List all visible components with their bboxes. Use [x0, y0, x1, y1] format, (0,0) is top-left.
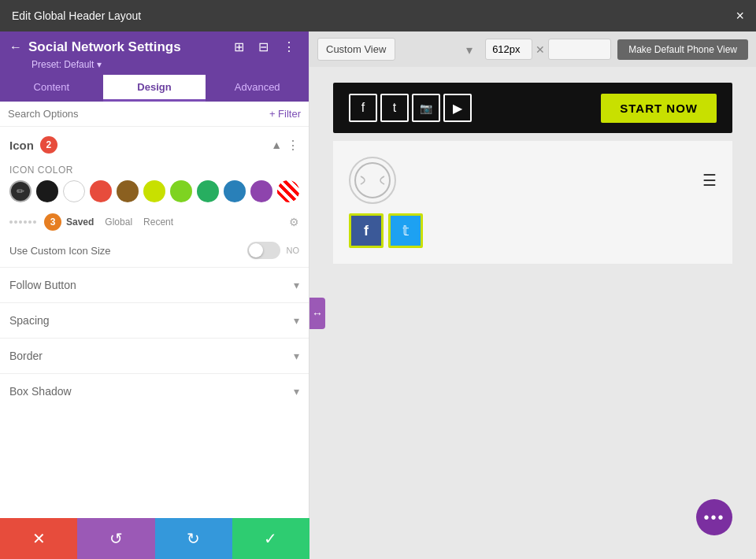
preset-label[interactable]: Preset: Default ▾: [9, 59, 299, 70]
icon-section-more-button[interactable]: ⋮: [287, 138, 299, 153]
border-chevron-icon: ▾: [294, 350, 299, 362]
custom-icon-size-row: Use Custom Icon Size NO: [0, 237, 309, 267]
modal-title: Edit Global Header Layout: [12, 9, 141, 22]
spacing-header[interactable]: Spacing ▾: [0, 303, 309, 338]
color-tabs-row: 3 Saved Global Recent ⚙: [0, 210, 309, 237]
color-tab-recent[interactable]: Recent: [143, 215, 173, 229]
bottom-toolbar: ✕ ↺ ↻ ✓: [0, 518, 309, 559]
tabs-row: Content Design Advanced: [0, 75, 309, 102]
custom-icon-size-label: Use Custom Icon Size: [9, 245, 111, 257]
preview-menu-icon[interactable]: ☰: [702, 171, 717, 190]
toolbar-redo-button[interactable]: ↻: [155, 518, 232, 559]
icon-color-field: Icon Color ✏: [0, 160, 309, 210]
toolbar-save-button[interactable]: ✓: [232, 518, 309, 559]
view-select[interactable]: Custom View: [317, 38, 395, 61]
follow-button-facebook[interactable]: f: [349, 213, 384, 248]
px-input[interactable]: [485, 39, 532, 60]
icon-color-label: Icon Color: [9, 165, 299, 176]
preview-social-icons: f t 📷 ▶: [349, 94, 472, 122]
filter-button[interactable]: + Filter: [269, 108, 301, 120]
preview-header-bar: f t 📷 ▶ START NOW: [333, 83, 732, 133]
modal-close-button[interactable]: ×: [736, 8, 744, 24]
px-input-row: ✕: [485, 39, 611, 60]
follow-button-twitter[interactable]: 𝕥: [388, 213, 423, 248]
px-extra-input[interactable]: [548, 39, 611, 60]
badge-3: 3: [44, 213, 61, 231]
panel-more-button[interactable]: ⋮: [279, 38, 299, 56]
spacing-chevron-icon: ▾: [294, 314, 299, 327]
make-default-button[interactable]: Make Default Phone View: [617, 39, 748, 60]
color-tab-global[interactable]: Global: [105, 215, 132, 229]
box-shadow-chevron-icon: ▾: [294, 385, 299, 398]
swatch-yellow[interactable]: [143, 180, 165, 202]
color-swatches: ✏: [9, 180, 299, 202]
toggle-knob: [249, 243, 263, 257]
toolbar-undo-button[interactable]: ↺: [77, 518, 154, 559]
icon-section: Icon 2 ▲ ⋮ Icon Color ✏: [0, 127, 309, 267]
logo-svg: [353, 161, 392, 200]
custom-icon-size-toggle[interactable]: [247, 242, 280, 259]
swatch-lime[interactable]: [170, 180, 192, 202]
icon-section-collapse-button[interactable]: ▲: [271, 139, 282, 151]
social-icon-youtube[interactable]: ▶: [443, 94, 472, 122]
search-row: + Filter: [0, 102, 309, 127]
tab-content[interactable]: Content: [0, 75, 103, 102]
modal-header: Edit Global Header Layout ×: [0, 0, 756, 31]
box-shadow-header[interactable]: Box Shadow ▾: [0, 374, 309, 409]
box-shadow-section: Box Shadow ▾: [0, 373, 309, 409]
border-header[interactable]: Border ▾: [0, 339, 309, 373]
swatch-red[interactable]: [90, 180, 112, 202]
swatch-custom-pen[interactable]: ✏: [9, 180, 32, 202]
border-title: Border: [9, 350, 43, 362]
preview-lower: ☰ f 𝕥: [333, 141, 732, 264]
dots-handle[interactable]: [9, 220, 36, 224]
follow-button-section: Follow Button ▾: [0, 267, 309, 302]
toggle-no-label: NO: [287, 246, 300, 255]
swatch-striped[interactable]: [277, 180, 299, 202]
follow-button-header[interactable]: Follow Button ▾: [0, 268, 309, 302]
follow-button-title: Follow Button: [9, 279, 76, 291]
panel-icon2-button[interactable]: ⊟: [254, 38, 272, 56]
toolbar-close-button[interactable]: ✕: [0, 518, 77, 559]
social-icon-twitter[interactable]: t: [380, 94, 409, 122]
preview-toolbar: Custom View ✕ Make Default Phone View: [309, 31, 756, 67]
color-settings-button[interactable]: ⚙: [289, 216, 299, 228]
swatch-blue[interactable]: [224, 180, 246, 202]
tab-advanced[interactable]: Advanced: [206, 75, 309, 102]
panel-title: Social Network Settings: [28, 39, 224, 55]
more-fab-button[interactable]: •••: [696, 499, 732, 535]
search-input[interactable]: [8, 108, 265, 120]
tab-design[interactable]: Design: [103, 75, 206, 102]
swatch-purple[interactable]: [250, 180, 272, 202]
panel-icon1-button[interactable]: ⊞: [230, 38, 248, 56]
preview-content: ↔ f t 📷 ▶ START NOW: [309, 67, 756, 559]
panel-content: Icon 2 ▲ ⋮ Icon Color ✏: [0, 127, 309, 559]
color-tab-saved[interactable]: Saved: [66, 215, 94, 229]
left-panel: ← Social Network Settings ⊞ ⊟ ⋮ Preset: …: [0, 31, 309, 559]
swatch-black[interactable]: [36, 180, 58, 202]
icon-section-title: Icon: [9, 139, 34, 152]
spacing-section: Spacing ▾: [0, 302, 309, 338]
preview-follow-buttons: f 𝕥: [349, 213, 717, 248]
border-section: Border ▾: [0, 338, 309, 373]
social-icon-facebook[interactable]: f: [349, 94, 377, 122]
follow-button-chevron-icon: ▾: [294, 279, 299, 291]
spacing-title: Spacing: [9, 314, 50, 327]
drag-handle[interactable]: ↔: [309, 298, 325, 329]
swatch-brown[interactable]: [117, 180, 139, 202]
swatch-white[interactable]: [63, 180, 85, 202]
px-clear-button[interactable]: ✕: [536, 43, 545, 56]
right-panel: Custom View ✕ Make Default Phone View ↔ …: [309, 31, 756, 559]
preview-logo: [349, 157, 396, 204]
swatch-darkgreen[interactable]: [197, 180, 219, 202]
box-shadow-title: Box Shadow: [9, 385, 72, 398]
panel-top: ← Social Network Settings ⊞ ⊟ ⋮ Preset: …: [0, 31, 309, 75]
social-icon-instagram[interactable]: 📷: [412, 94, 440, 122]
panel-back-button[interactable]: ←: [9, 40, 22, 54]
svg-point-0: [355, 163, 390, 198]
view-select-wrapper: Custom View: [317, 38, 479, 61]
start-now-button[interactable]: START NOW: [601, 94, 717, 123]
icon-badge: 2: [40, 136, 57, 154]
